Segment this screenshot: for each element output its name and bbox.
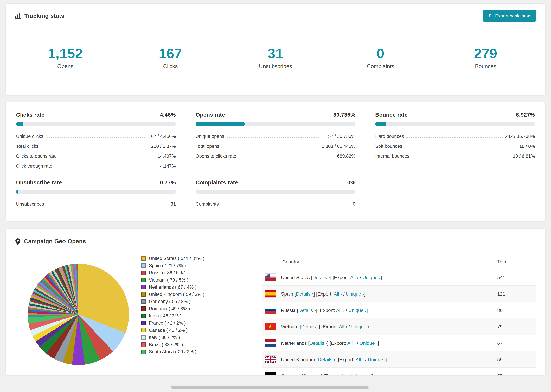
export-all-link[interactable]: All ›	[336, 307, 344, 313]
export-unique-link[interactable]: Unique ›	[348, 307, 367, 313]
legend-item-france[interactable]: France ( 42 / 2% )	[141, 320, 258, 327]
export-button-label: Export basic stats	[495, 13, 531, 19]
rate-stat-row: Complaints0	[196, 197, 355, 207]
export-unique-link[interactable]: Unique ›	[368, 357, 386, 362]
legend-swatch	[141, 299, 146, 304]
legend-item-brazil[interactable]: Brazil ( 33 / 2% )	[141, 341, 258, 348]
legend-item-romania[interactable]: Romania ( 49 / 3% )	[141, 305, 258, 312]
rate-title: Unsubscribe rate	[16, 180, 62, 186]
rate-stat-row: Clicks to opens rate14.497%	[16, 149, 176, 159]
total-cell: 541	[497, 274, 536, 280]
geo-pie-chart-area	[15, 254, 141, 365]
rate-value: 0.77%	[160, 180, 176, 186]
stat-label: Unsubscribes	[259, 63, 292, 69]
legend-label: Spain ( 121 / 7% )	[149, 263, 186, 268]
legend-item-united-kingdom[interactable]: United Kingdom ( 59 / 3% )	[141, 291, 258, 298]
legend-item-united-states[interactable]: United States ( 541 / 31% )	[141, 255, 258, 262]
stat-label: Bounces	[475, 63, 496, 69]
dotted-leader	[221, 205, 350, 205]
rate-stat-value: 2,303 / 61.446%	[322, 144, 355, 149]
rate-block-complaints-rate: Complaints rate0%Complaints0	[196, 180, 355, 207]
export-icon	[487, 13, 493, 19]
export-all-link[interactable]: All ›	[341, 373, 349, 376]
export-basic-stats-button[interactable]: Export basic stats	[483, 10, 536, 21]
legend-label: Netherlands ( 67 / 4% )	[149, 285, 197, 290]
legend-item-canada[interactable]: Canada ( 40 / 2% )	[141, 327, 258, 334]
export-unique-link[interactable]: Unique ›	[346, 291, 364, 296]
export-all-link[interactable]: All ›	[339, 324, 347, 329]
ru-flag-icon	[265, 306, 276, 314]
table-row: Vietnam [Details ›] [Export: All › / Uni…	[262, 318, 536, 335]
legend-item-spain[interactable]: Spain ( 121 / 7% )	[141, 262, 258, 269]
export-unique-link[interactable]: Unique ›	[362, 274, 381, 280]
export-all-link[interactable]: All ›	[356, 357, 364, 362]
bar-chart-icon	[15, 13, 21, 19]
details-link[interactable]: Details ›	[298, 307, 316, 313]
rate-progress-fill	[16, 189, 19, 194]
rate-header: Opens rate30.736%	[196, 112, 355, 118]
dotted-leader	[46, 137, 146, 138]
export-unique-link[interactable]: Unique ›	[360, 340, 378, 346]
legend-item-germany[interactable]: Germany ( 55 / 3% )	[141, 298, 258, 305]
rate-stat-label: Complaints	[196, 202, 219, 207]
rate-progress-fill	[16, 122, 23, 126]
details-link[interactable]: Details ›	[318, 357, 335, 362]
legend-swatch	[141, 263, 146, 268]
export-all-link[interactable]: All ›	[350, 274, 359, 280]
legend-label: Canada ( 40 / 2% )	[149, 328, 188, 333]
stat-value: 167	[159, 46, 182, 61]
legend-item-italy[interactable]: Italy ( 36 / 2% )	[141, 334, 258, 341]
rate-title: Complaints rate	[196, 180, 238, 186]
dotted-leader	[404, 147, 517, 147]
details-link[interactable]: Details ›	[310, 340, 327, 346]
country-cell: Germany [Details ›] [Export: All › / Uni…	[281, 373, 497, 376]
stat-value: 279	[474, 46, 497, 61]
details-link[interactable]: Details ›	[296, 291, 313, 296]
legend-swatch	[141, 335, 146, 340]
legend-item-netherlands[interactable]: Netherlands ( 67 / 4% )	[141, 284, 258, 291]
details-link[interactable]: Details ›	[304, 373, 321, 376]
legend-swatch	[141, 285, 146, 289]
rate-stat-value: 4.147%	[160, 163, 176, 169]
rate-header: Clicks rate4.46%	[16, 112, 176, 118]
dotted-leader	[41, 147, 149, 147]
tracking-stats-card: Tracking stats Export basic stats 1,152O…	[6, 3, 545, 96]
stat-opens: 1,152Opens	[13, 34, 118, 81]
geo-opens-title: Campaign Geo Opens	[24, 238, 86, 245]
details-link[interactable]: Details ›	[301, 324, 319, 329]
country-cell: Netherlands [Details ›] [Export: All › /…	[281, 340, 497, 346]
geo-table-body: United States [Details ›] [Export: All ›…	[262, 269, 536, 376]
dotted-leader	[226, 137, 319, 138]
horizontal-scrollbar-thumb[interactable]	[171, 385, 369, 389]
stat-value: 1,152	[48, 46, 83, 61]
table-row: United States [Details ›] [Export: All ›…	[262, 269, 536, 286]
export-unique-link[interactable]: Unique ›	[351, 324, 369, 329]
tracking-stats-header: Tracking stats Export basic stats	[6, 4, 545, 28]
de-flag-icon	[265, 372, 276, 376]
legend-item-south-africa[interactable]: South Africa ( 29 / 2% )	[141, 348, 258, 355]
legend-swatch	[141, 343, 146, 347]
rate-progress-fill	[375, 122, 386, 126]
rate-stat-value: 1,152 / 30.736%	[322, 134, 355, 139]
geo-opens-header: Campaign Geo Opens	[15, 236, 536, 247]
rate-title: Clicks rate	[16, 112, 44, 118]
legend-item-india[interactable]: India ( 46 / 3% )	[141, 312, 258, 320]
total-cell: 67	[497, 340, 536, 346]
rate-stat-label: Opens to clicks rate	[196, 154, 236, 159]
geo-pie-chart	[28, 264, 129, 365]
legend-swatch	[141, 321, 146, 325]
geo-table-header-row: Country Total	[262, 254, 536, 269]
details-link[interactable]: Details ›	[312, 274, 330, 280]
export-all-link[interactable]: All ›	[334, 291, 342, 296]
export-all-link[interactable]: All ›	[347, 340, 356, 346]
legend-item-russia[interactable]: Russia ( 86 / 5% )	[141, 269, 258, 276]
legend-label: Russia ( 86 / 5% )	[149, 270, 186, 275]
table-row: Spain [Details ›] [Export: All › / Uniqu…	[262, 286, 536, 302]
legend-label: United States ( 541 / 31% )	[149, 256, 204, 261]
country-cell: United Kingdom [Details ›] [Export: All …	[281, 357, 497, 362]
rate-stat-label: Hard bounces	[375, 134, 404, 139]
rate-stat-value: 14.497%	[158, 154, 176, 159]
export-unique-link[interactable]: Unique ›	[353, 373, 372, 376]
legend-item-vietnam[interactable]: Vietnam ( 79 / 5% )	[141, 276, 258, 284]
table-row: Germany [Details ›] [Export: All › / Uni…	[262, 368, 536, 376]
